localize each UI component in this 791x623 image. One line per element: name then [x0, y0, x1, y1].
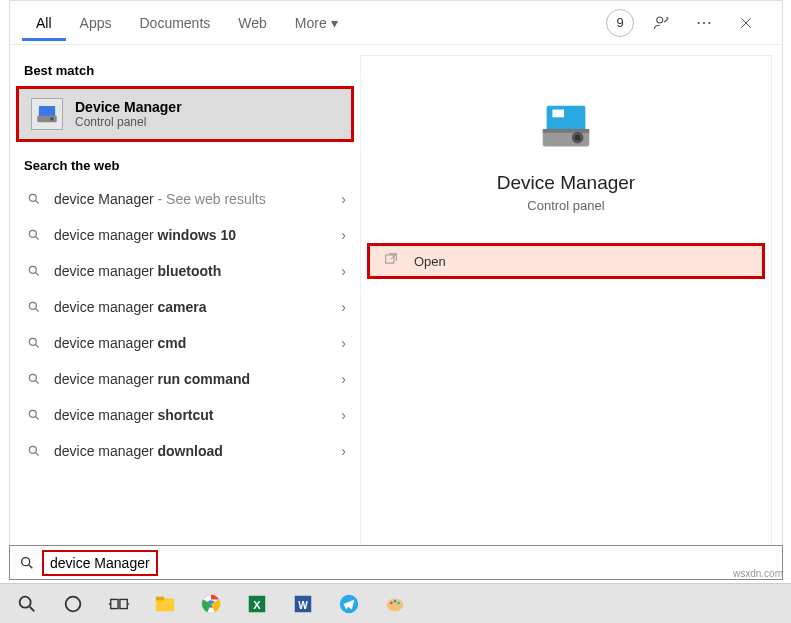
results-panel: Best match Device Manager Control panel …: [10, 45, 360, 579]
tab-all[interactable]: All: [22, 5, 66, 41]
search-web-header: Search the web: [10, 150, 360, 181]
chevron-right-icon: ›: [341, 335, 346, 351]
svg-point-11: [29, 446, 36, 453]
taskbar-search-icon[interactable]: [4, 585, 50, 623]
feedback-icon[interactable]: [648, 9, 676, 37]
search-icon: [10, 555, 44, 571]
watermark: wsxdn.com: [733, 568, 783, 579]
taskbar-explorer-icon[interactable]: [142, 585, 188, 623]
search-query: device Manager: [50, 555, 150, 571]
search-input-box[interactable]: device Manager: [9, 545, 783, 580]
preview-panel: Device Manager Control panel Open: [360, 55, 772, 569]
web-suggestion[interactable]: device manager download ›: [10, 433, 360, 469]
search-icon: [24, 264, 44, 278]
taskbar-word-icon[interactable]: W: [280, 585, 326, 623]
web-suggestion[interactable]: device manager shortcut ›: [10, 397, 360, 433]
svg-point-19: [22, 557, 30, 565]
svg-point-8: [29, 338, 36, 345]
open-icon: [384, 252, 404, 270]
tab-more[interactable]: More ▾: [281, 5, 352, 41]
svg-point-6: [29, 266, 36, 273]
chevron-right-icon: ›: [341, 191, 346, 207]
svg-point-17: [575, 135, 581, 141]
chevron-right-icon: ›: [341, 263, 346, 279]
search-icon: [24, 192, 44, 206]
svg-point-21: [66, 596, 81, 611]
close-icon[interactable]: [732, 9, 760, 37]
taskbar-excel-icon[interactable]: X: [234, 585, 280, 623]
preview-title: Device Manager: [361, 172, 771, 194]
svg-text:X: X: [253, 598, 261, 610]
svg-point-3: [50, 117, 54, 121]
svg-point-4: [29, 194, 36, 201]
web-suggestion[interactable]: device manager windows 10 ›: [10, 217, 360, 253]
open-action[interactable]: Open: [367, 243, 765, 279]
chevron-right-icon: ›: [341, 407, 346, 423]
search-icon: [24, 228, 44, 242]
tab-apps[interactable]: Apps: [66, 5, 126, 41]
preview-subtitle: Control panel: [361, 198, 771, 213]
chevron-right-icon: ›: [341, 227, 346, 243]
web-suggestion[interactable]: device manager camera ›: [10, 289, 360, 325]
svg-point-36: [397, 601, 400, 604]
svg-point-20: [20, 596, 31, 607]
search-icon: [24, 300, 44, 314]
taskbar-paint-icon[interactable]: [372, 585, 418, 623]
svg-point-5: [29, 230, 36, 237]
web-suggestion[interactable]: device manager run command ›: [10, 361, 360, 397]
web-suggestion[interactable]: device manager bluetooth ›: [10, 253, 360, 289]
tab-web[interactable]: Web: [224, 5, 281, 41]
svg-text:W: W: [298, 599, 308, 610]
best-match-subtitle: Control panel: [75, 115, 182, 129]
svg-rect-13: [552, 110, 564, 118]
svg-rect-22: [111, 599, 118, 608]
search-icon: [24, 408, 44, 422]
svg-rect-1: [39, 106, 55, 117]
search-icon: [24, 372, 44, 386]
best-match-header: Best match: [10, 55, 360, 86]
more-options-icon[interactable]: ⋯: [690, 9, 718, 37]
rewards-badge[interactable]: 9: [606, 9, 634, 37]
search-icon: [24, 336, 44, 350]
svg-rect-18: [386, 255, 394, 263]
search-icon: [24, 444, 44, 458]
svg-point-9: [29, 374, 36, 381]
web-suggestion[interactable]: device Manager - See web results ›: [10, 181, 360, 217]
svg-point-0: [657, 17, 663, 23]
svg-rect-25: [156, 596, 164, 600]
svg-rect-24: [156, 598, 174, 611]
svg-rect-15: [543, 129, 590, 133]
chevron-down-icon: ▾: [331, 15, 338, 31]
chevron-right-icon: ›: [341, 371, 346, 387]
svg-point-34: [390, 601, 393, 604]
search-window: All Apps Documents Web More ▾ 9 ⋯ Best m…: [9, 0, 783, 580]
open-label: Open: [414, 254, 446, 269]
web-suggestion[interactable]: device manager cmd ›: [10, 325, 360, 361]
svg-rect-23: [120, 599, 127, 608]
chevron-right-icon: ›: [341, 443, 346, 459]
svg-point-35: [394, 599, 397, 602]
taskbar-chrome-icon[interactable]: [188, 585, 234, 623]
device-manager-icon: [31, 98, 63, 130]
tab-documents[interactable]: Documents: [125, 5, 224, 41]
best-match-result[interactable]: Device Manager Control panel: [16, 86, 354, 142]
taskbar-taskview-icon[interactable]: [96, 585, 142, 623]
device-manager-large-icon: [535, 96, 597, 158]
svg-point-7: [29, 302, 36, 309]
taskbar-telegram-icon[interactable]: [326, 585, 372, 623]
taskbar: X W: [0, 583, 791, 623]
chevron-right-icon: ›: [341, 299, 346, 315]
taskbar-cortana-icon[interactable]: [50, 585, 96, 623]
best-match-title: Device Manager: [75, 99, 182, 115]
svg-point-10: [29, 410, 36, 417]
svg-rect-12: [547, 106, 586, 131]
svg-rect-2: [37, 116, 57, 123]
tab-bar: All Apps Documents Web More ▾ 9 ⋯: [10, 1, 782, 45]
